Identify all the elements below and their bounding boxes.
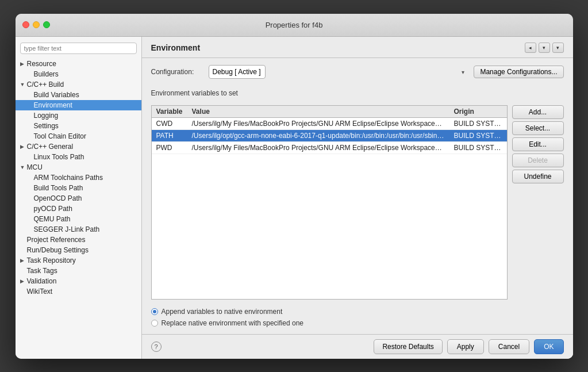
tree-arrow-task-repository: ▶ (20, 258, 26, 263)
cell-origin: BUILD SYSTEM (449, 141, 507, 154)
help-button[interactable]: ? (151, 342, 162, 352)
close-button[interactable] (22, 21, 29, 28)
sidebar-label-environment: Environment (34, 101, 72, 109)
table-row[interactable]: PATH/Users/ilg/opt/gcc-arm-none-eabi-6-2… (152, 129, 507, 141)
undefine-button[interactable]: Undefine (512, 170, 564, 183)
sidebar-item-openocd-path[interactable]: OpenOCD Path (16, 193, 141, 204)
sidebar-item-pyocd-path[interactable]: pyOCD Path (16, 204, 141, 214)
sidebar-item-resource[interactable]: ▶Resource (16, 59, 141, 69)
env-table: Variable Value Origin CWD/Users/ilg/My F… (152, 106, 507, 154)
cell-origin: BUILD SYSTEM (449, 117, 507, 129)
col-header-value: Value (187, 106, 449, 118)
tree-arrow-c-cpp-general: ▶ (20, 144, 26, 149)
panel-nav: ◂ ▾ ▾ (525, 43, 564, 53)
section-label: Environment variables to set (151, 89, 564, 97)
action-buttons: Add... Select... Edit... Delete Undefine (512, 105, 564, 300)
sidebar-item-build-tools-path[interactable]: Build Tools Path (16, 183, 141, 193)
radio-append[interactable] (151, 308, 158, 315)
col-header-variable: Variable (152, 106, 187, 118)
sidebar-item-run-debug-settings[interactable]: Run/Debug Settings (16, 245, 141, 255)
title-bar: Properties for f4b (16, 14, 573, 37)
sidebar-item-linux-tools-path[interactable]: Linux Tools Path (16, 152, 141, 162)
sidebar-label-builders: Builders (34, 70, 59, 78)
bottom-bar-left: ? (151, 342, 370, 352)
table-row[interactable]: CWD/Users/ilg/My Files/MacBookPro Projec… (152, 117, 507, 129)
restore-defaults-button[interactable]: Restore Defaults (374, 339, 442, 354)
edit-button[interactable]: Edit... (512, 137, 564, 151)
filter-input[interactable] (20, 43, 137, 54)
sidebar-label-tool-chain-editor: Tool Chain Editor (34, 132, 86, 140)
sidebar-item-c-cpp-build[interactable]: ▼C/C++ Build (16, 79, 141, 90)
sidebar-label-segger-jlink-path: SEGGER J-Link Path (34, 225, 100, 233)
sidebar-item-segger-jlink-path[interactable]: SEGGER J-Link Path (16, 224, 141, 235)
cell-variable: PATH (152, 129, 187, 141)
sidebar-item-validation[interactable]: ▶Validation (16, 276, 141, 286)
config-select[interactable]: Debug [ Active ] (209, 65, 266, 79)
sidebar-item-qemu-path[interactable]: QEMU Path (16, 214, 141, 224)
sidebar-label-linux-tools-path: Linux Tools Path (34, 153, 84, 161)
delete-button[interactable]: Delete (512, 154, 564, 167)
panel-header: Environment ◂ ▾ ▾ (142, 37, 573, 58)
sidebar-item-build-variables[interactable]: Build Variables (16, 90, 141, 100)
radio-append-label: Append variables to native environment (162, 308, 283, 316)
maximize-button[interactable] (43, 21, 50, 28)
nav-more-button[interactable]: ▾ (552, 43, 564, 53)
main-content: ▶ResourceBuilders▼C/C++ BuildBuild Varia… (16, 37, 573, 359)
sidebar-item-arm-toolchains-paths[interactable]: ARM Toolchains Paths (16, 172, 141, 183)
col-header-origin: Origin (449, 106, 507, 118)
table-header-row: Variable Value Origin (152, 106, 507, 118)
cell-variable: CWD (152, 117, 187, 129)
minimize-button[interactable] (33, 21, 40, 28)
sidebar-label-validation: Validation (27, 277, 57, 285)
sidebar-label-logging: Logging (34, 112, 59, 120)
config-label: Configuration: (151, 68, 203, 76)
sidebar: ▶ResourceBuilders▼C/C++ BuildBuild Varia… (16, 37, 142, 359)
sidebar-item-tool-chain-editor[interactable]: Tool Chain Editor (16, 131, 141, 141)
sidebar-label-task-tags: Task Tags (27, 267, 57, 275)
config-select-wrapper: Debug [ Active ] (209, 65, 468, 79)
sidebar-label-wikitext: WikiText (27, 287, 53, 296)
add-button[interactable]: Add... (512, 105, 564, 119)
table-and-buttons-container: Variable Value Origin CWD/Users/ilg/My F… (151, 105, 564, 300)
env-table-container: Variable Value Origin CWD/Users/ilg/My F… (151, 105, 508, 300)
sidebar-item-logging[interactable]: Logging (16, 110, 141, 121)
traffic-lights (22, 21, 50, 28)
radio-replace-label: Replace native environment with specifie… (162, 319, 303, 327)
cell-value: /Users/ilg/opt/gcc-arm-none-eabi-6-2017-… (187, 129, 449, 141)
sidebar-item-task-tags[interactable]: Task Tags (16, 266, 141, 276)
radio-replace-row[interactable]: Replace native environment with specifie… (151, 319, 564, 327)
sidebar-label-c-cpp-general: C/C++ General (27, 143, 74, 151)
tree-arrow-resource: ▶ (20, 61, 26, 67)
sidebar-label-qemu-path: QEMU Path (34, 215, 71, 223)
sidebar-label-openocd-path: OpenOCD Path (34, 194, 82, 202)
ok-button[interactable]: OK (534, 339, 563, 354)
manage-configurations-button[interactable]: Manage Configurations... (474, 66, 563, 78)
select-button[interactable]: Select... (512, 121, 564, 135)
radio-append-row[interactable]: Append variables to native environment (151, 308, 564, 316)
config-row: Configuration: Debug [ Active ] Manage C… (151, 65, 564, 79)
nav-dropdown-button[interactable]: ▾ (539, 43, 550, 53)
tree-arrow-c-cpp-build: ▼ (20, 82, 26, 87)
sidebar-item-wikitext[interactable]: WikiText (16, 286, 141, 297)
panel-body: Configuration: Debug [ Active ] Manage C… (142, 58, 573, 334)
nav-back-button[interactable]: ◂ (525, 43, 536, 53)
main-panel: Environment ◂ ▾ ▾ Configuration: Debug [… (142, 37, 573, 359)
sidebar-item-environment[interactable]: Environment (16, 100, 141, 110)
sidebar-item-project-references[interactable]: Project References (16, 235, 141, 245)
main-window: Properties for f4b ▶ResourceBuilders▼C/C… (16, 14, 573, 359)
sidebar-label-settings: Settings (34, 122, 59, 130)
apply-button[interactable]: Apply (447, 339, 484, 354)
sidebar-label-arm-toolchains-paths: ARM Toolchains Paths (34, 174, 103, 182)
table-row[interactable]: PWD/Users/ilg/My Files/MacBookPro Projec… (152, 141, 507, 154)
sidebar-item-builders[interactable]: Builders (16, 69, 141, 79)
sidebar-label-run-debug-settings: Run/Debug Settings (27, 246, 89, 254)
cancel-button[interactable]: Cancel (489, 339, 529, 354)
sidebar-item-c-cpp-general[interactable]: ▶C/C++ General (16, 141, 141, 152)
cell-origin: BUILD SYSTEM (449, 129, 507, 141)
sidebar-label-mcu: MCU (27, 163, 43, 171)
radio-replace[interactable] (151, 320, 158, 327)
bottom-bar: ? Restore Defaults Apply Cancel OK (142, 334, 573, 359)
sidebar-item-mcu[interactable]: ▼MCU (16, 162, 141, 172)
sidebar-item-settings[interactable]: Settings (16, 121, 141, 131)
sidebar-item-task-repository[interactable]: ▶Task Repository (16, 255, 141, 266)
